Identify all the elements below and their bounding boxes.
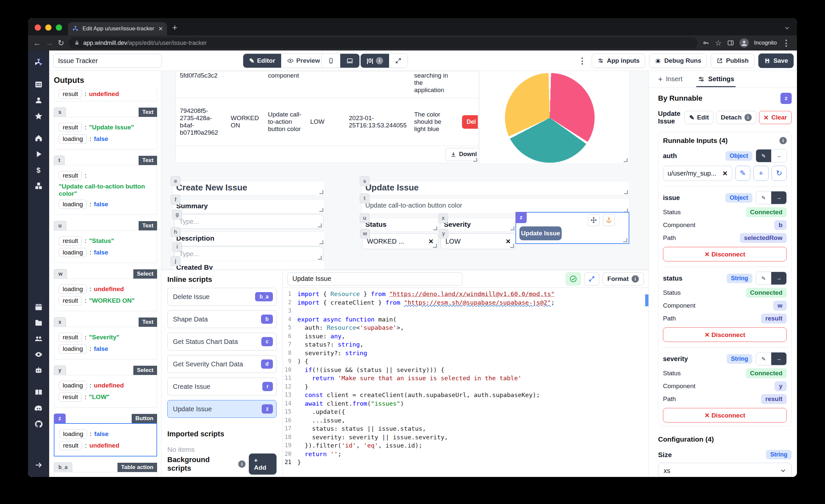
edit-resource-button[interactable]: ✎ [735, 166, 750, 181]
new-tab-button[interactable]: + [172, 22, 177, 33]
folders-icon[interactable] [34, 318, 43, 327]
output-id-tag[interactable]: s [54, 107, 66, 117]
output-id-tag[interactable]: x [54, 317, 66, 327]
output-key[interactable]: result [59, 123, 82, 132]
description-label-card[interactable]: h Description [173, 232, 325, 245]
user-icon[interactable] [34, 96, 43, 104]
output-key[interactable]: loading [59, 381, 87, 390]
output-key[interactable]: loading [59, 134, 87, 144]
desktop-view-button[interactable] [340, 54, 359, 68]
expand-editor-button[interactable] [584, 272, 599, 286]
tab-search-chevron-icon[interactable] [784, 25, 790, 31]
mobile-view-button[interactable] [322, 54, 340, 68]
static-edit-mode-button[interactable]: ✎ [756, 272, 771, 285]
audit-eye-icon[interactable] [34, 350, 43, 359]
update-button-component-selected[interactable]: z Update Issue [516, 212, 629, 244]
table-row[interactable]: 5fd0f7d5c3c2 component searching in the … [176, 71, 478, 98]
more-menu-icon[interactable]: ⋮ [578, 56, 586, 66]
script-item[interactable]: Get Severity Chart Data d [167, 355, 277, 373]
static-edit-mode-button[interactable]: ✎ [756, 353, 771, 365]
address-bar[interactable]: app.windmill.dev/apps/edit/u/user/issue-… [69, 37, 698, 49]
output-key[interactable]: result [59, 236, 82, 245]
preview-tab[interactable]: Preview [281, 54, 326, 68]
debug-runs-button[interactable]: Debug Runs [649, 54, 707, 68]
detach-button[interactable]: Detach i [716, 111, 756, 124]
connect-mode-button[interactable]: → [771, 149, 786, 162]
editor-tab[interactable]: ✎ Editor [243, 54, 281, 68]
format-button[interactable]: Format i [603, 272, 644, 286]
resource-picker-input[interactable]: u/user/my_sup... ✕ [663, 166, 732, 181]
side-panel-icon[interactable] [727, 39, 734, 47]
output-key[interactable]: loading [59, 344, 87, 354]
script-item[interactable]: Create Issue r [167, 378, 277, 395]
workers-robot-icon[interactable] [34, 366, 43, 375]
bookmark-star-icon[interactable]: ☆ [715, 39, 722, 48]
browser-tab[interactable]: Edit App u/user/issue-tracker | ✕ [68, 22, 167, 35]
output-id-tag[interactable]: z [54, 414, 66, 423]
script-item[interactable]: Delete Issue b_a [167, 288, 277, 306]
status-pie-chart[interactable] [480, 71, 629, 163]
groups-users-icon[interactable] [34, 334, 43, 343]
fullscreen-button[interactable] [389, 54, 407, 68]
output-key[interactable]: result [59, 89, 82, 99]
resources-cubes-icon[interactable] [34, 182, 43, 190]
tab-settings[interactable]: Settings [698, 71, 734, 87]
delete-row-button[interactable]: Del [462, 115, 478, 129]
update-issue-heading[interactable]: s Update Issue [362, 181, 629, 195]
favorites-star-icon[interactable] [34, 112, 43, 121]
refresh-resource-button[interactable]: ↻ [771, 166, 787, 181]
output-id-tag[interactable]: w [54, 269, 67, 279]
clear-select-icon[interactable]: ✕ [428, 238, 434, 245]
output-id-tag[interactable]: b_a [54, 462, 72, 472]
download-button[interactable]: Downl [446, 148, 479, 161]
output-key[interactable]: result [59, 171, 82, 180]
static-edit-mode-button[interactable]: ✎ [756, 149, 771, 162]
runs-play-icon[interactable] [34, 150, 43, 158]
collapse-sidebar-arrow-icon[interactable] [34, 461, 43, 470]
anchor-icon[interactable] [603, 214, 615, 226]
output-key[interactable]: loading [59, 285, 87, 294]
apps-icon[interactable] [34, 80, 43, 89]
disconnect-button[interactable]: ✕ Disconnect [663, 247, 787, 262]
discord-icon[interactable] [34, 404, 43, 413]
clear-select-icon[interactable]: ✕ [506, 238, 511, 245]
script-item[interactable]: Update Issue z [167, 400, 277, 418]
connect-mode-button[interactable]: → [771, 192, 786, 204]
clear-button[interactable]: ✕ Clear [759, 111, 792, 124]
output-key[interactable]: result [59, 333, 82, 342]
schedules-calendar-icon[interactable] [34, 303, 43, 311]
forward-button[interactable]: → [46, 39, 53, 48]
issue-title-text[interactable]: t Update call-to-action button color [362, 198, 629, 214]
severity-label-card[interactable]: x Severity [441, 218, 516, 231]
status-label-card[interactable]: u Status [362, 218, 439, 231]
app-inputs-button[interactable]: App inputs [592, 54, 645, 68]
disconnect-button[interactable]: ✕ Disconnect [663, 328, 787, 342]
disconnect-button[interactable]: ✕ Disconnect [663, 408, 787, 423]
app-name-input[interactable] [53, 54, 162, 68]
zoom-window-button[interactable] [56, 24, 62, 31]
description-input[interactable]: i Type... [174, 246, 323, 261]
code-area[interactable]: 1import { Resource } from "https://deno.… [283, 288, 649, 477]
save-button[interactable]: Save [758, 54, 794, 68]
status-select[interactable]: w WORKED ... ✕ [362, 233, 439, 249]
output-key[interactable]: result [59, 392, 82, 402]
output-id-tag[interactable]: y [54, 365, 66, 375]
script-item[interactable]: Get Status Chart Data c [167, 333, 277, 351]
reload-button[interactable]: ↻ [58, 39, 64, 48]
size-select[interactable]: xs [658, 463, 792, 477]
clear-resource-icon[interactable]: ✕ [722, 170, 728, 177]
move-handle-icon[interactable] [588, 214, 600, 226]
profile-avatar[interactable] [740, 38, 749, 48]
output-key[interactable]: result [59, 441, 82, 450]
lint-ok-button[interactable] [566, 272, 581, 286]
windmill-logo-icon[interactable] [34, 58, 43, 67]
add-resource-button[interactable]: + [753, 166, 768, 181]
severity-select[interactable]: y LOW ✕ [441, 233, 516, 249]
connect-mode-button[interactable]: → [771, 272, 786, 285]
password-key-icon[interactable] [702, 39, 709, 47]
close-window-button[interactable] [34, 24, 41, 31]
output-key[interactable]: loading [59, 248, 87, 257]
output-key[interactable]: loading [59, 429, 87, 439]
docs-book-icon[interactable] [34, 388, 43, 397]
issues-table[interactable]: 5fd0f7d5c3c2 component searching in the … [175, 71, 479, 163]
